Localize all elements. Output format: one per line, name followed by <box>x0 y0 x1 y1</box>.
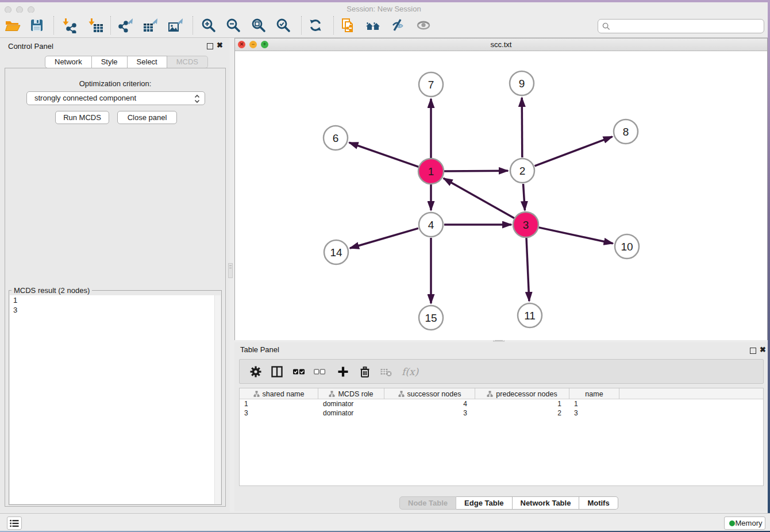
cell-predecessor-nodes[interactable]: 2 <box>475 408 569 418</box>
tab-edge-table[interactable]: Edge Table <box>456 496 512 510</box>
hide-selected-button[interactable] <box>390 17 406 33</box>
import-table-button[interactable] <box>87 17 103 33</box>
mcds-result-groupbox: MCDS result (2 nodes) 13 <box>9 290 222 505</box>
tab-motifs[interactable]: Motifs <box>579 496 618 510</box>
cell-MCDS-role[interactable]: dominator <box>318 408 384 418</box>
graph-edge-2-9[interactable] <box>522 98 522 157</box>
duplicate-network-button[interactable] <box>340 17 356 33</box>
split-columns-icon <box>271 365 283 378</box>
cell-name[interactable]: 3 <box>569 408 619 418</box>
zoom-in-button[interactable] <box>201 17 217 33</box>
refresh-layout-button[interactable] <box>307 17 324 33</box>
export-image-button[interactable] <box>168 17 184 33</box>
toggle-panes-button[interactable] <box>271 365 283 378</box>
graph-node-14[interactable]: 14 <box>324 240 348 264</box>
task-history-button[interactable] <box>7 516 22 530</box>
graph-node-9[interactable]: 9 <box>510 71 534 95</box>
graph-node-4[interactable]: 4 <box>419 213 443 237</box>
column-header-MCDS-role[interactable]: MCDS role <box>318 388 384 399</box>
zoom-selected-button[interactable] <box>275 17 291 33</box>
optimization-criterion-label: Optimization criterion: <box>5 79 225 88</box>
cell-successor-nodes[interactable]: 3 <box>384 408 475 418</box>
table-row[interactable]: 3dominator323 <box>240 408 763 418</box>
zoom-out-button[interactable] <box>225 17 241 33</box>
graph-node-2[interactable]: 2 <box>510 159 534 183</box>
network-graph: 7968124314101511 <box>235 51 767 340</box>
deselect-all-button[interactable] <box>313 365 326 378</box>
graph-edge-3-1[interactable] <box>444 178 514 218</box>
tab-mcds[interactable]: MCDS <box>167 56 208 68</box>
graph-node-1[interactable]: 1 <box>418 159 444 184</box>
vertical-splitter-handle[interactable] <box>228 263 233 278</box>
graph-edge-3-10[interactable] <box>539 228 613 244</box>
tab-node-table[interactable]: Node Table <box>399 496 456 510</box>
graph-edge-3-11[interactable] <box>526 238 529 301</box>
cell-predecessor-nodes[interactable]: 1 <box>475 399 569 408</box>
cell-shared-name[interactable]: 1 <box>240 399 318 408</box>
column-header-successor-nodes[interactable]: successor nodes <box>384 388 475 399</box>
zoom-fit-button[interactable] <box>251 17 267 33</box>
graph-node-10[interactable]: 10 <box>615 234 639 259</box>
tab-network[interactable]: Network <box>45 56 92 68</box>
column-type-icon <box>398 391 405 397</box>
search-input[interactable] <box>613 21 760 32</box>
result-scrollbar[interactable] <box>214 295 221 504</box>
run-mcds-button[interactable]: Run MCDS <box>55 111 109 124</box>
graph-node-8[interactable]: 8 <box>614 119 638 144</box>
table-panel: Table Panel ✖ <box>234 342 768 511</box>
delete-table-button[interactable] <box>380 365 392 378</box>
cell-MCDS-role[interactable]: dominator <box>318 399 384 408</box>
export-network-button[interactable] <box>118 17 134 33</box>
optimization-criterion-select[interactable]: strongly connected component <box>26 91 205 105</box>
tab-network-table[interactable]: Network Table <box>513 496 580 510</box>
delete-column-button[interactable] <box>359 365 371 378</box>
close-panel-button[interactable]: Close panel <box>117 111 177 124</box>
mcds-result-textarea[interactable]: 13 <box>10 295 221 504</box>
column-header-name[interactable]: name <box>569 388 619 399</box>
first-neighbors-button[interactable] <box>365 17 381 33</box>
import-network-button[interactable] <box>61 17 77 33</box>
list-icon <box>10 519 19 527</box>
table-settings-button[interactable] <box>249 365 262 378</box>
mcds-result-lines: 13 <box>10 295 221 315</box>
save-session-button[interactable] <box>29 17 45 33</box>
graph-node-6[interactable]: 6 <box>324 126 348 150</box>
import-table-icon <box>87 17 103 33</box>
tab-style[interactable]: Style <box>92 56 128 68</box>
column-header-shared-name[interactable]: shared name <box>240 388 318 399</box>
tab-select[interactable]: Select <box>128 56 167 68</box>
graph-node-7[interactable]: 7 <box>419 72 443 97</box>
graph-edge-1-2[interactable] <box>444 171 508 171</box>
add-column-button[interactable] <box>337 365 349 378</box>
refresh-icon <box>307 17 324 33</box>
float-panel-icon[interactable] <box>207 43 213 49</box>
close-table-panel-icon[interactable]: ✖ <box>760 345 766 354</box>
cell-shared-name[interactable]: 3 <box>240 408 318 418</box>
network-canvas[interactable]: 7968124314101511 <box>235 51 767 340</box>
export-table-button[interactable] <box>143 17 159 33</box>
graph-edge-2-8[interactable] <box>535 137 613 166</box>
memory-button[interactable]: Memory <box>724 516 765 530</box>
search-box[interactable] <box>598 19 764 33</box>
graph-edge-2-3[interactable] <box>523 184 525 210</box>
cell-name[interactable]: 1 <box>569 399 619 408</box>
select-all-button[interactable] <box>292 365 305 378</box>
graph-node-15[interactable]: 15 <box>419 306 443 330</box>
plus-icon <box>337 365 349 378</box>
graph-edge-4-14[interactable] <box>350 228 418 248</box>
toolbar-separator <box>192 16 193 34</box>
graph-edge-1-6[interactable] <box>349 142 419 167</box>
cell-successor-nodes[interactable]: 4 <box>384 399 475 408</box>
graph-node-label: 9 <box>519 78 525 90</box>
function-builder-button[interactable]: f(x) <box>402 365 421 378</box>
show-all-button[interactable] <box>415 17 432 33</box>
close-panel-icon[interactable]: ✖ <box>217 41 223 49</box>
graph-node-3[interactable]: 3 <box>513 212 538 237</box>
houses-icon <box>365 17 381 33</box>
graph-node-11[interactable]: 11 <box>518 303 542 327</box>
float-table-panel-icon[interactable] <box>750 348 756 354</box>
column-header-predecessor-nodes[interactable]: predecessor nodes <box>475 388 569 399</box>
network-view-window: ✕ − + scc.txt 7968124314101511 <box>234 38 768 340</box>
table-row[interactable]: 1dominator411 <box>240 399 763 408</box>
open-session-button[interactable] <box>5 17 21 33</box>
